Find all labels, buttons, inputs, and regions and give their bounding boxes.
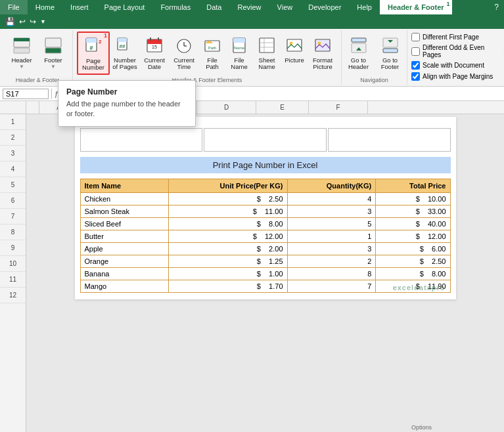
go-to-header-button[interactable]: Go toHeader [344, 32, 374, 75]
col-header-f[interactable]: F [309, 101, 368, 114]
different-first-page-label: Different First Page [423, 33, 479, 41]
svg-rect-29 [287, 39, 302, 51]
cell-price: $ 1.00 [169, 268, 287, 280]
row-num-8: 8 [0, 225, 26, 240]
tooltip-text: Add the page number to the header or foo… [66, 99, 187, 119]
svg-rect-6 [86, 38, 97, 43]
file-name-icon: Name [229, 35, 250, 56]
align-margins-checkbox[interactable] [411, 72, 420, 81]
cell-qty: 5 [287, 218, 376, 230]
different-odd-even-checkbox[interactable] [411, 47, 420, 56]
tab-number: 1 [447, 1, 450, 7]
footer-button[interactable]: Footer ▼ [38, 32, 68, 75]
row-num-1: 1 [0, 114, 26, 130]
options-group: Different First Page Different Odd & Eve… [407, 30, 504, 85]
svg-rect-4 [45, 48, 61, 53]
cell-qty: 3 [287, 205, 376, 218]
align-margins-label: Align with Page Margins [423, 73, 493, 80]
undo-quick-icon[interactable]: ↩ [19, 17, 26, 26]
file-path-label: FilePath [206, 57, 219, 71]
col-header-d[interactable]: D [197, 101, 256, 114]
header-cell-right[interactable] [328, 128, 451, 152]
tab-page-layout[interactable]: Page Layout [97, 0, 153, 14]
current-date-label: CurrentDate [144, 57, 165, 71]
redo-quick-icon[interactable]: ↪ [30, 17, 36, 26]
tab-formulas[interactable]: Formulas [152, 0, 198, 14]
scale-with-doc-label: Scale with Document [423, 62, 484, 69]
row-num-6: 6 [0, 193, 26, 209]
th-total: Total Price [376, 179, 450, 193]
navigation-group: Go toHeader Go toFooter Navigation [342, 30, 407, 85]
svg-rect-13 [147, 39, 162, 44]
format-picture-button[interactable]: FormatPicture [308, 32, 337, 75]
row-numbers: 1 2 3 4 5 6 7 8 9 10 11 12 [0, 101, 26, 432]
table-header-row: Item Name Unit Price(Per KG) Quantity(KG… [80, 179, 450, 193]
current-time-button[interactable]: CurrentTime [170, 32, 198, 75]
tab-file[interactable]: File [0, 0, 28, 14]
tab-help[interactable]: Help [349, 0, 380, 14]
th-qty: Quantity(KG) [287, 179, 376, 193]
format-picture-label: FormatPicture [313, 57, 332, 71]
help-icon[interactable]: ? [489, 0, 504, 14]
th-price: Unit Price(Per KG) [169, 179, 287, 193]
current-date-button[interactable]: 15 CurrentDate [140, 32, 169, 75]
scale-with-doc-checkbox[interactable] [411, 61, 420, 70]
cell-item: Butter [80, 230, 169, 243]
table-row[interactable]: Salmon Steak $ 11.00 3 $ 33.00 [80, 205, 450, 218]
file-path-button[interactable]: Path FilePath [199, 32, 225, 75]
tab-developer[interactable]: Developer [300, 0, 349, 14]
different-odd-even-row: Different Odd & Even Pages ▼ [411, 44, 504, 58]
cell-item: Salmon Steak [80, 205, 169, 218]
table-row[interactable]: Sliced Beef $ 8.00 5 $ 40.00 [80, 218, 450, 230]
tab-insert[interactable]: Insert [62, 0, 97, 14]
tooltip-title: Page Number [66, 87, 187, 97]
header-cell-left[interactable] [80, 128, 203, 152]
table-row[interactable]: Orange $ 1.25 2 $ 2.50 [80, 255, 450, 268]
dropdown-quick-icon[interactable]: ▼ [40, 18, 46, 25]
header-footer-group: Header ▼ Footer ▼ Header & Footer [3, 30, 73, 85]
elements-group: #2 PageNumber 1 ## Numberof Pages 15 Cur… [73, 30, 342, 85]
table-row[interactable]: Butter $ 12.00 1 $ 12.00 [80, 230, 450, 243]
go-to-header-icon [348, 35, 369, 56]
scale-with-doc-row: Scale with Document [411, 61, 504, 70]
cell-qty: 7 [287, 280, 376, 293]
sheet-name-label: SheetName [258, 57, 275, 71]
go-to-footer-label: Go toFooter [381, 57, 399, 71]
table-row[interactable]: Apple $ 2.00 3 $ 6.00 [80, 243, 450, 255]
tab-review[interactable]: Review [229, 0, 269, 14]
tab-data[interactable]: Data [198, 0, 229, 14]
picture-button[interactable]: Picture [281, 32, 308, 75]
row-num-7: 7 [0, 209, 26, 225]
cell-item: Mango [80, 280, 169, 293]
svg-text:Path: Path [208, 46, 216, 50]
cell-reference-input[interactable]: S17 [3, 89, 49, 99]
header-icon [11, 35, 32, 56]
cell-price: $ 1.70 [169, 280, 287, 293]
svg-rect-2 [14, 48, 30, 53]
svg-text:##: ## [120, 43, 126, 49]
tab-view[interactable]: View [269, 0, 301, 14]
row-num-2: 2 [0, 130, 26, 146]
tab-header-footer[interactable]: Header & Footer 1 [380, 0, 452, 14]
col-header-e[interactable]: E [256, 101, 309, 114]
row-num-3: 3 [0, 146, 26, 162]
navigation-buttons: Go toHeader Go toFooter [344, 32, 405, 84]
current-date-icon: 15 [144, 35, 165, 56]
sheet-name-button[interactable]: SheetName [253, 32, 281, 75]
ribbon-toolbar: Header ▼ Footer ▼ Header & Footer #2 [0, 29, 504, 87]
table-row[interactable]: Banana $ 1.00 8 $ 8.00 [80, 268, 450, 280]
cell-item: Chicken [80, 193, 169, 205]
elements-buttons: #2 PageNumber 1 ## Numberof Pages 15 Cur… [77, 32, 337, 84]
different-first-page-checkbox[interactable] [411, 33, 420, 41]
svg-rect-31 [315, 39, 330, 51]
tab-home[interactable]: Home [28, 0, 62, 14]
go-to-footer-button[interactable]: Go toFooter [375, 32, 405, 75]
header-button[interactable]: Header ▼ [7, 32, 37, 75]
header-cell-center[interactable] [204, 128, 327, 152]
save-quick-icon[interactable]: 💾 [5, 17, 15, 26]
number-of-pages-button[interactable]: ## Numberof Pages [110, 32, 139, 75]
table-row[interactable]: Chicken $ 2.50 4 $ 10.00 [80, 193, 450, 205]
cell-item: Sliced Beef [80, 218, 169, 230]
file-name-button[interactable]: Name FileName [226, 32, 252, 75]
svg-text:15: 15 [152, 45, 157, 49]
